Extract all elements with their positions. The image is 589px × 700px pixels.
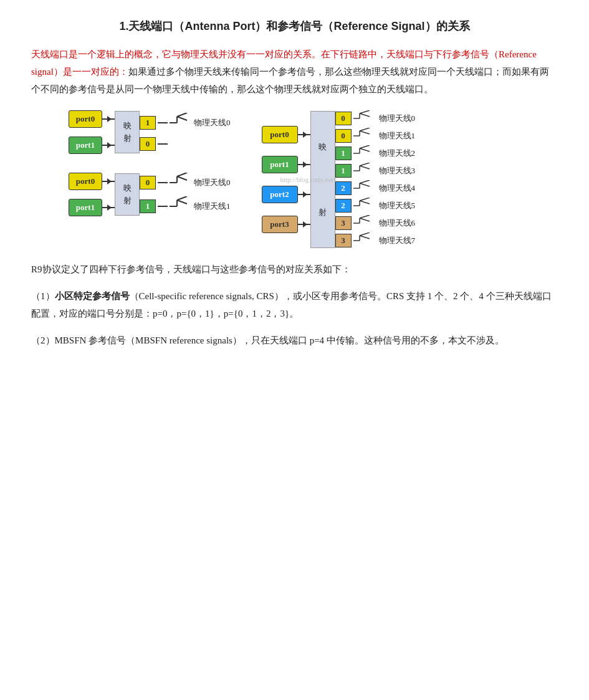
right-ant-row-3: 1 物理天线3: [335, 163, 416, 179]
right-phys-6: 物理天线6: [379, 218, 416, 229]
svg-line-38: [360, 215, 370, 218]
right-antennas-col: 0 物理天线0 0 物理天线1: [335, 110, 416, 249]
right-ant-svg-2: [353, 145, 377, 161]
port1-box-2: port1: [69, 199, 102, 216]
section2-bold: 小区特定参考信号: [55, 291, 130, 301]
svg-line-39: [360, 218, 370, 221]
left-diagrams: port0 port1 映 射 1: [69, 110, 231, 216]
right-badge-3: 1: [335, 164, 352, 178]
svg-line-31: [360, 183, 370, 186]
mapping-label-1a: 映: [123, 120, 132, 132]
port0-box-1: port0: [69, 110, 102, 128]
port1-box-1: port1: [69, 137, 102, 154]
ant-row-2b: 1 物理天线1: [140, 196, 231, 216]
svg-line-34: [360, 198, 370, 201]
right-badge-0: 0: [335, 112, 352, 125]
svg-line-23: [360, 148, 370, 151]
svg-line-27: [360, 166, 370, 169]
ant-row-1b: 0: [140, 137, 231, 151]
right-mapping-label-a: 映: [318, 141, 327, 153]
badge-2-0: 0: [140, 176, 156, 189]
right-ant-row-7: 3 物理天线7: [335, 233, 416, 249]
phys-label-2b: 物理天线1: [194, 201, 231, 212]
right-port2-box: port2: [262, 186, 298, 203]
ant-row-2a: 0 物理天线0: [140, 173, 231, 193]
page-title: 1.天线端口（Antenna Port）和参考信号（Reference Sign…: [31, 19, 558, 34]
phys-label-2a: 物理天线0: [194, 177, 231, 188]
svg-line-3: [177, 117, 187, 120]
svg-line-10: [177, 196, 187, 200]
badge-1: 1: [140, 116, 156, 130]
svg-line-19: [360, 131, 370, 134]
section2-text: （1）小区特定参考信号（Cell-specific reference sign…: [31, 288, 558, 323]
right-ant-row-2: 1 物理天线2: [335, 145, 416, 161]
right-ant-svg-0: [353, 110, 377, 127]
right-arrow-3: [298, 224, 310, 225]
right-ant-row-1: 0 物理天线1: [335, 128, 416, 144]
svg-line-15: [360, 113, 370, 117]
right-arrow-2: [298, 194, 310, 195]
right-port0-box: port0: [262, 126, 298, 143]
badge-2-1: 1: [140, 199, 156, 213]
svg-line-11: [177, 200, 187, 204]
badges-ant-2: 0 物理天线0 1: [140, 173, 231, 216]
badge-line-1b: [158, 143, 168, 145]
svg-line-35: [360, 201, 370, 204]
badge-line-2b: [158, 206, 168, 207]
right-arrow-1: [298, 164, 310, 165]
ant-lines-1: 1 物理天线0 0: [140, 113, 231, 151]
svg-line-6: [177, 173, 187, 176]
right-port3-row: port3: [262, 216, 310, 233]
right-ant-row-5: 2 物理天线5: [335, 198, 416, 214]
badge-line-2a: [158, 182, 168, 183]
left-ports-2: port0 port1: [69, 173, 115, 216]
right-ant-row-6: 3 物理天线6: [335, 215, 416, 231]
port1-row-1: port1: [69, 137, 115, 154]
right-port3-box: port3: [262, 216, 298, 233]
right-ant-svg-3: [353, 163, 377, 179]
right-phys-3: 物理天线3: [379, 165, 416, 176]
svg-line-18: [360, 128, 370, 131]
badge-line-1a: [158, 122, 168, 123]
section3-text: （2）MBSFN 参考信号（MBSFN reference signals），只…: [31, 332, 558, 350]
right-phys-2: 物理天线2: [379, 148, 416, 159]
badge-0: 0: [140, 137, 156, 151]
right-phys-1: 物理天线1: [379, 130, 416, 141]
antenna-svg-1: [170, 113, 192, 133]
port0-box-2: port0: [69, 173, 102, 190]
section1-text: R9协议定义了四种下行参考信号，天线端口与这些参考信号的对应关系如下：: [31, 261, 558, 279]
arrow-1a: [102, 118, 115, 120]
svg-line-2: [177, 113, 187, 117]
right-badge-1: 0: [335, 129, 352, 143]
right-phys-5: 物理天线5: [379, 200, 416, 211]
badges-ant-1: 1 物理天线0 0: [140, 113, 231, 151]
svg-line-30: [360, 180, 370, 183]
right-phys-7: 物理天线7: [379, 235, 416, 246]
antenna-svg-2b: [170, 196, 192, 216]
mapping-label-2b: 射: [123, 195, 132, 206]
right-phys-4: 物理天线4: [379, 183, 416, 194]
svg-line-14: [360, 110, 370, 113]
port1-row-2: port1: [69, 199, 115, 216]
mapping-box-2: 映 射: [115, 173, 140, 216]
arrow-2a: [102, 181, 115, 182]
left-sub-diagram-1: port0 port1 映 射 1: [69, 110, 231, 154]
right-badge-4: 2: [335, 181, 352, 195]
phys-label-1: 物理天线0: [194, 117, 231, 128]
port0-row-1: port0: [69, 110, 115, 128]
right-ant-row-4: 2 物理天线4: [335, 180, 416, 196]
right-ant-svg-1: [353, 128, 377, 144]
svg-line-42: [360, 233, 370, 236]
right-port2-row: port2: [262, 186, 310, 203]
left-sub-diagram-2: port0 port1 映 射 0: [69, 173, 231, 216]
right-ant-svg-6: [353, 215, 377, 231]
svg-line-43: [360, 236, 370, 239]
port0-row-2: port0: [69, 173, 115, 190]
mapping-label-1b: 射: [123, 133, 132, 144]
right-badge-7: 3: [335, 234, 352, 247]
section2-prefix: （1）: [31, 291, 55, 301]
right-ant-row-0: 0 物理天线0: [335, 110, 416, 127]
svg-line-22: [360, 145, 370, 148]
antenna-svg-2a: [170, 173, 192, 193]
arrow-2b: [102, 207, 115, 208]
